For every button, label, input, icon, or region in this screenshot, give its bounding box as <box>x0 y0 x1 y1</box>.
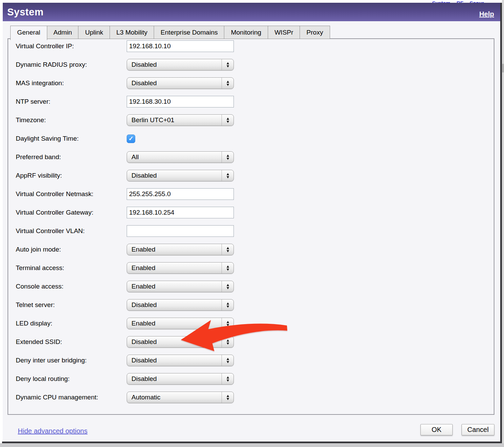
form-row-virtual-controller-netmask: Virtual Controller Netmask: <box>8 185 494 203</box>
select-apprf-visibility[interactable]: Disabled▲▼ <box>127 170 234 181</box>
ok-button[interactable]: OK <box>420 424 453 435</box>
select-value: Enabled <box>127 246 222 253</box>
tab-wispr[interactable]: WISPr <box>268 26 300 39</box>
tab-uplink[interactable]: Uplink <box>78 26 110 39</box>
dialog-header: System Help <box>3 3 500 21</box>
help-link[interactable]: Help <box>479 10 494 18</box>
select-deny-local-routing[interactable]: Disabled▲▼ <box>127 373 234 385</box>
select-value: Enabled <box>127 320 222 327</box>
select-stepper-arrows-icon: ▲▼ <box>222 170 234 181</box>
field-label: Console access: <box>16 283 127 290</box>
checkbox-daylight-saving-time[interactable]: ✓ <box>127 135 135 143</box>
select-value: Enabled <box>127 283 222 290</box>
select-stepper-arrows-icon: ▲▼ <box>222 373 234 384</box>
select-terminal-access[interactable]: Enabled▲▼ <box>127 262 234 274</box>
select-dynamic-radius-proxy[interactable]: Disabled▲▼ <box>127 59 234 71</box>
field-label: MAS integration: <box>16 79 127 87</box>
select-stepper-arrows-icon: ▲▼ <box>222 78 234 89</box>
select-telnet-server[interactable]: Disabled▲▼ <box>127 299 234 311</box>
form-row-console-access: Console access:Enabled▲▼ <box>8 277 494 296</box>
select-console-access[interactable]: Enabled▲▼ <box>127 281 234 292</box>
select-stepper-arrows-icon: ▲▼ <box>222 59 234 70</box>
input-virtual-controller-vlan[interactable] <box>127 225 234 237</box>
tab-enterprise-domains[interactable]: Enterprise Domains <box>154 26 225 39</box>
select-mas-integration[interactable]: Disabled▲▼ <box>127 77 234 89</box>
select-stepper-arrows-icon: ▲▼ <box>222 244 234 255</box>
field-label: Auto join mode: <box>16 246 127 253</box>
select-led-display[interactable]: Enabled▲▼ <box>127 318 234 329</box>
select-auto-join-mode[interactable]: Enabled▲▼ <box>127 244 234 255</box>
select-stepper-arrows-icon: ▲▼ <box>222 152 234 163</box>
form-rows: Virtual Controller IP:Dynamic RADIUS pro… <box>8 38 494 407</box>
field-label: Deny local routing: <box>16 375 127 383</box>
tab-proxy[interactable]: Proxy <box>300 26 330 39</box>
select-stepper-arrows-icon: ▲▼ <box>222 263 234 273</box>
screen: SystemRFSecur System Help GeneralAdminUp… <box>0 0 504 447</box>
background-link-fragment: Secur <box>469 0 484 3</box>
tab-monitoring[interactable]: Monitoring <box>224 26 268 39</box>
select-value: Disabled <box>127 357 222 364</box>
select-preferred-band[interactable]: All▲▼ <box>127 151 234 163</box>
field-label: Deny inter user bridging: <box>16 357 127 364</box>
tab-general[interactable]: General <box>10 26 47 40</box>
select-value: Disabled <box>127 79 222 87</box>
tab-admin[interactable]: Admin <box>47 26 79 39</box>
select-stepper-arrows-icon: ▲▼ <box>222 355 234 366</box>
input-virtual-controller-netmask[interactable] <box>127 188 234 200</box>
scrollbar-thumb[interactable] <box>502 64 504 73</box>
general-tab-panel: Virtual Controller IP:Dynamic RADIUS pro… <box>8 38 494 415</box>
select-stepper-arrows-icon: ▲▼ <box>222 392 234 403</box>
select-value: Disabled <box>127 172 222 179</box>
select-timezone[interactable]: Berlin UTC+01▲▼ <box>127 114 234 126</box>
select-stepper-arrows-icon: ▲▼ <box>222 115 234 126</box>
form-row-extended-ssid: Extended SSID:Disabled▲▼ <box>8 333 494 351</box>
select-value: Berlin UTC+01 <box>127 116 222 124</box>
hide-advanced-options-link[interactable]: Hide advanced options <box>18 427 87 435</box>
field-label: Virtual Controller Gateway: <box>16 209 127 216</box>
select-dynamic-cpu-management[interactable]: Automatic▲▼ <box>127 392 234 403</box>
select-extended-ssid[interactable]: Disabled▲▼ <box>127 336 234 348</box>
form-row-virtual-controller-vlan: Virtual Controller VLAN: <box>8 222 494 240</box>
field-label: Timezone: <box>16 116 127 124</box>
field-label: Virtual Controller VLAN: <box>16 227 127 235</box>
form-row-virtual-controller-ip: Virtual Controller IP: <box>8 38 494 55</box>
select-value: Disabled <box>127 301 222 309</box>
form-row-deny-inter-user-bridging: Deny inter user bridging:Disabled▲▼ <box>8 351 494 370</box>
input-virtual-controller-ip[interactable] <box>127 40 234 52</box>
form-row-preferred-band: Preferred band:All▲▼ <box>8 148 494 166</box>
form-row-virtual-controller-gateway: Virtual Controller Gateway: <box>8 203 494 222</box>
field-label: NTP server: <box>16 98 127 105</box>
input-virtual-controller-gateway[interactable] <box>127 207 234 218</box>
form-row-mas-integration: MAS integration:Disabled▲▼ <box>8 74 494 92</box>
field-label: Dynamic CPU management: <box>16 394 127 401</box>
background-link-fragment: System <box>432 0 450 3</box>
background-link-fragment: RF <box>456 0 463 3</box>
select-value: Disabled <box>127 338 222 346</box>
select-stepper-arrows-icon: ▲▼ <box>222 318 234 329</box>
form-row-telnet-server: Telnet server:Disabled▲▼ <box>8 296 494 314</box>
form-row-daylight-saving-time: Daylight Saving Time:✓ <box>8 129 494 148</box>
form-row-ntp-server: NTP server: <box>8 92 494 111</box>
form-row-auto-join-mode: Auto join mode:Enabled▲▼ <box>8 240 494 259</box>
cancel-button[interactable]: Cancel <box>462 424 494 435</box>
field-label: Telnet server: <box>16 301 127 309</box>
form-row-dynamic-radius-proxy: Dynamic RADIUS proxy:Disabled▲▼ <box>8 55 494 74</box>
form-row-led-display: LED display:Enabled▲▼ <box>8 314 494 333</box>
field-label: Daylight Saving Time: <box>16 135 127 142</box>
select-value: All <box>127 153 222 161</box>
select-stepper-arrows-icon: ▲▼ <box>222 299 234 310</box>
field-label: Terminal access: <box>16 264 127 272</box>
background-clipped-links: SystemRFSecur <box>432 0 501 3</box>
input-ntp-server[interactable] <box>127 96 234 107</box>
field-label: Virtual Controller Netmask: <box>16 190 127 198</box>
page-title: System <box>7 7 43 18</box>
system-dialog: System Help GeneralAdminUplinkL3 Mobilit… <box>3 3 500 443</box>
form-row-timezone: Timezone:Berlin UTC+01▲▼ <box>8 111 494 129</box>
select-value: Enabled <box>127 264 222 272</box>
select-value: Automatic <box>127 394 222 401</box>
form-row-apprf-visibility: AppRF visibility:Disabled▲▼ <box>8 166 494 185</box>
tab-bar: GeneralAdminUplinkL3 MobilityEnterprise … <box>10 26 329 40</box>
select-stepper-arrows-icon: ▲▼ <box>222 336 234 347</box>
select-deny-inter-user-bridging[interactable]: Disabled▲▼ <box>127 355 234 366</box>
tab-l3-mobility[interactable]: L3 Mobility <box>110 26 154 39</box>
